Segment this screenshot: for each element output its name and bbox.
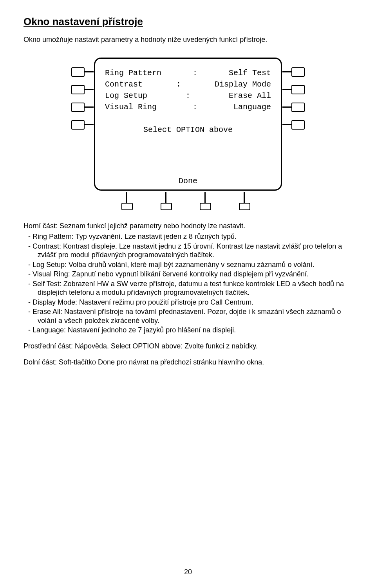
separator: : [186,91,190,100]
side-button-left-2 [71,85,85,94]
subheading-top: Horní část: Seznam funkcí jejichž parame… [24,222,352,230]
side-button-left-4 [71,120,85,130]
page-number: 20 [0,568,376,576]
side-button-right-3 [291,103,305,112]
intro-text: Okno umožňuje nastavit parametry a hodno… [24,36,352,44]
middle-section-text: Prostřední část: Nápověda. Select OPTION… [24,342,352,351]
soft-button-4 [239,197,249,210]
list-item: Language: Nastavení jednoho ze 7 jazyků … [24,326,352,335]
option-left: Log Setup [105,91,147,100]
side-button-left-3 [71,103,85,112]
option-right: Erase All [229,91,271,100]
feature-list: Ring Pattern: Typ vyzvánění. Lze nastavi… [24,232,352,335]
list-item: Contrast: Kontrast displeje. Lze nastavi… [24,242,352,260]
list-item: Self Test: Zobrazení HW a SW verze příst… [24,280,352,297]
separator: : [176,80,181,89]
list-item: Display Mode: Nastavení režimu pro použi… [24,298,352,307]
separator: : [193,103,197,112]
screen-row: Visual Ring : Language [105,103,271,112]
screen-row: Ring Pattern : Self Test [105,69,271,78]
side-button-right-1 [291,67,305,77]
soft-button-2 [161,197,170,210]
screen-prompt: Select OPTION above [105,125,271,134]
side-button-right-2 [291,85,305,94]
side-button-left-1 [71,67,85,77]
device: Ring Pattern : Self Test Contrast : Disp… [70,54,306,210]
option-right: Self Test [229,69,271,78]
device-diagram: Ring Pattern : Self Test Contrast : Disp… [24,54,352,210]
list-item: Erase All: Nastavení přístroje na továrn… [24,307,352,325]
separator: : [193,69,197,78]
option-left: Contrast [105,80,143,89]
bottom-section-text: Dolní část: Soft-tlačítko Done pro návra… [24,358,352,367]
option-right: Language [233,103,271,112]
screen-row: Contrast : Display Mode [105,80,271,89]
list-item: Log Setup: Volba druhů volání, které maj… [24,260,352,269]
option-left: Visual Ring [105,103,157,112]
screen-done-label: Done [95,177,281,186]
page-title: Okno nastavení přístroje [24,16,352,28]
side-button-right-4 [291,120,305,130]
soft-button-1 [121,197,131,210]
soft-button-3 [200,197,210,210]
list-item: Visual Ring: Zapnutí nebo vypnutí blikán… [24,270,352,279]
list-item: Ring Pattern: Typ vyzvánění. Lze nastavi… [24,232,352,241]
option-right: Display Mode [215,80,271,89]
screen-row: Log Setup : Erase All [105,91,271,100]
device-screen: Ring Pattern : Self Test Contrast : Disp… [94,58,282,191]
option-left: Ring Pattern [105,69,161,78]
